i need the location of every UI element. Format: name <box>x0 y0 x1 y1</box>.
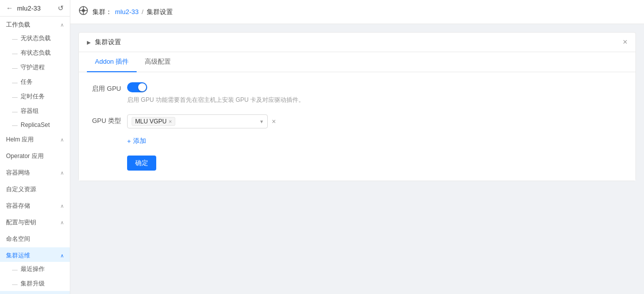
settings-card-title: 集群设置 <box>95 38 121 47</box>
gpu-enable-label: 启用 GPU <box>87 82 127 93</box>
remove-gpu-type-icon[interactable]: × <box>272 117 276 125</box>
back-icon[interactable]: ← <box>6 4 13 12</box>
sidebar-item-pod-group[interactable]: 容器组 <box>0 104 70 118</box>
sidebar-item-cron[interactable]: 定时任务 <box>0 89 70 104</box>
namespace-label: 命名空间 <box>6 235 30 243</box>
sidebar-item-cluster-upgrade[interactable]: 集群升级 <box>0 276 70 291</box>
stateless-label: 无状态负载 <box>21 34 51 43</box>
breadcrumb-cluster-name[interactable]: mlu2-33 <box>115 8 139 16</box>
tab-addon[interactable]: Addon 插件 <box>87 52 137 72</box>
breadcrumb-page-title: 集群设置 <box>147 8 173 17</box>
sidebar-item-task[interactable]: 任务 <box>0 75 70 89</box>
sidebar-item-network[interactable]: 容器网络 ∧ <box>0 165 70 181</box>
expand-icon: ▶ <box>87 40 91 45</box>
cluster-ops-title: 集群运维 <box>6 251 30 260</box>
pod-group-label: 容器组 <box>21 107 39 115</box>
workload-group: 工作负载 ∧ 无状态负载 有状态负载 守护进程 任务 定时任务 容器组 Repl… <box>0 17 70 131</box>
gpu-type-tag-close-icon[interactable]: × <box>169 118 172 124</box>
cluster-name-label: mlu2-33 <box>17 5 41 12</box>
gpu-type-tag: MLU VGPU × <box>132 117 175 126</box>
workload-group-header[interactable]: 工作负载 ∧ <box>0 17 70 31</box>
gpu-type-section: MLU VGPU × ▾ × + 添加 <box>127 114 627 145</box>
cluster-upgrade-label: 集群升级 <box>21 279 45 288</box>
close-icon[interactable]: × <box>623 38 627 47</box>
gpu-toggle[interactable] <box>127 82 147 92</box>
add-icon: + <box>127 137 131 145</box>
workload-chevron-icon: ∧ <box>60 22 64 28</box>
sidebar-item-stateful[interactable]: 有状态负载 <box>0 46 70 60</box>
cron-label: 定时任务 <box>21 92 45 101</box>
network-label: 容器网络 <box>6 169 30 177</box>
sidebar-item-custom-resource[interactable]: 自定义资源 <box>0 181 70 198</box>
cluster-ops-group-header[interactable]: 集群运维 ∧ <box>0 247 70 262</box>
select-arrow-icon: ▾ <box>260 118 263 125</box>
tab-addon-content: 启用 GPU 启用 GPU 功能需要首先在宿主机上安装 GPU 卡及对应驱动插件… <box>79 72 635 181</box>
cluster-ops-group: 集群运维 ∧ 最近操作 集群升级 集群设置 <box>0 247 70 294</box>
breadcrumb-cluster-label: 集群： <box>92 8 112 17</box>
breadcrumb: 集群： mlu2-33 / 集群设置 <box>92 8 173 17</box>
gpu-type-label: GPU 类型 <box>87 114 127 125</box>
storage-chevron-icon: ∧ <box>60 203 64 209</box>
tab-advanced-label: 高级配置 <box>145 58 171 65</box>
sidebar-item-config-secret[interactable]: 配置与密钥 ∧ <box>0 214 70 231</box>
replicaset-label: ReplicaSet <box>21 121 50 128</box>
add-gpu-type-button[interactable]: + 添加 <box>127 136 627 145</box>
gpu-enable-control: 启用 GPU 功能需要首先在宿主机上安装 GPU 卡及对应驱动插件。 <box>127 82 627 104</box>
workload-group-title: 工作负载 <box>6 21 30 29</box>
svg-point-1 <box>82 9 85 12</box>
tabs-container: Addon 插件 高级配置 <box>79 52 635 72</box>
sidebar-item-cluster-settings[interactable]: 集群设置 <box>0 291 70 294</box>
daemon-label: 守护进程 <box>21 63 45 72</box>
helm-chevron-icon: ∧ <box>60 137 64 142</box>
add-label: 添加 <box>133 136 146 145</box>
operator-label: Operator 应用 <box>6 152 44 161</box>
settings-card: ▶ 集群设置 × Addon 插件 高级配置 启用 GPU <box>78 32 636 181</box>
sidebar-item-operator[interactable]: Operator 应用 <box>0 148 70 165</box>
refresh-icon[interactable]: ↺ <box>58 4 64 12</box>
sidebar-item-storage[interactable]: 容器存储 ∧ <box>0 198 70 214</box>
settings-card-header[interactable]: ▶ 集群设置 × <box>79 33 635 52</box>
gpu-type-control: MLU VGPU × ▾ × + 添加 <box>127 114 627 145</box>
tab-advanced[interactable]: 高级配置 <box>137 52 179 72</box>
sidebar-header: ← mlu2-33 ↺ <box>0 0 70 17</box>
gpu-enable-row: 启用 GPU 启用 GPU 功能需要首先在宿主机上安装 GPU 卡及对应驱动插件… <box>87 82 627 104</box>
gpu-type-select[interactable]: MLU VGPU × ▾ <box>127 114 268 128</box>
breadcrumb-separator: / <box>142 8 144 16</box>
confirm-button[interactable]: 确定 <box>127 156 156 171</box>
confirm-row: 确定 <box>87 156 627 171</box>
topbar: 集群： mlu2-33 / 集群设置 <box>70 0 644 24</box>
gpu-type-value: MLU VGPU <box>135 118 167 125</box>
custom-resource-label: 自定义资源 <box>6 185 36 194</box>
recent-ops-label: 最近操作 <box>21 265 45 273</box>
sidebar-item-daemon[interactable]: 守护进程 <box>0 60 70 75</box>
cluster-ops-chevron-icon: ∧ <box>60 253 64 258</box>
storage-label: 容器存储 <box>6 202 30 210</box>
cluster-icon <box>78 6 88 18</box>
gpu-type-row: GPU 类型 MLU VGPU × ▾ <box>87 114 627 145</box>
stateful-label: 有状态负载 <box>21 49 51 57</box>
config-chevron-icon: ∧ <box>60 220 64 225</box>
sidebar-item-helm[interactable]: Helm 应用 ∧ <box>0 131 70 148</box>
gpu-type-row-input: MLU VGPU × ▾ × <box>127 114 627 128</box>
sidebar: ← mlu2-33 ↺ 工作负载 ∧ 无状态负载 有状态负载 守护进程 任务 定… <box>0 0 70 294</box>
main-content: 集群： mlu2-33 / 集群设置 ▶ 集群设置 × Addon 插件 高级配… <box>70 0 644 294</box>
tab-addon-label: Addon 插件 <box>95 58 129 65</box>
sidebar-item-namespace[interactable]: 命名空间 <box>0 231 70 247</box>
task-label: 任务 <box>21 78 33 86</box>
config-secret-label: 配置与密钥 <box>6 218 36 227</box>
network-chevron-icon: ∧ <box>60 170 64 176</box>
helm-label: Helm 应用 <box>6 135 34 144</box>
sidebar-item-stateless[interactable]: 无状态负载 <box>0 31 70 46</box>
content-area: ▶ 集群设置 × Addon 插件 高级配置 启用 GPU <box>70 24 644 294</box>
sidebar-item-replicaset[interactable]: ReplicaSet <box>0 118 70 131</box>
gpu-hint: 启用 GPU 功能需要首先在宿主机上安装 GPU 卡及对应驱动插件。 <box>127 96 627 104</box>
sidebar-item-recent-ops[interactable]: 最近操作 <box>0 262 70 276</box>
